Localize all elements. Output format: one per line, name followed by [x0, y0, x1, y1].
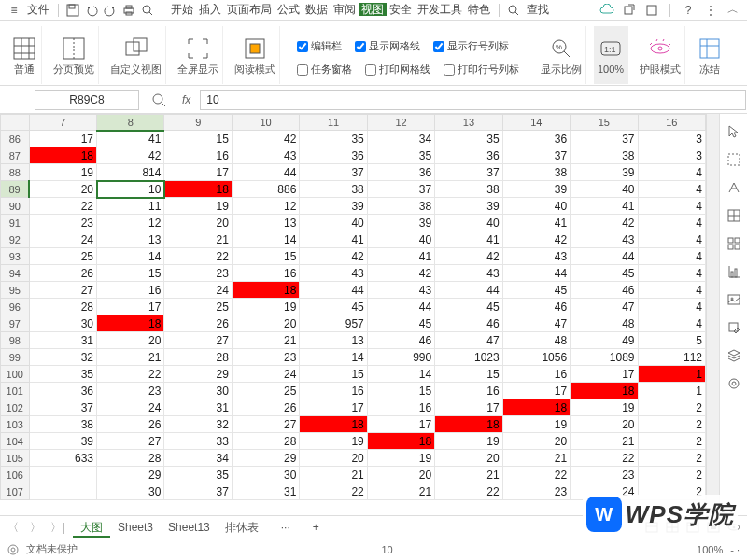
cell[interactable]: 45 [571, 265, 638, 282]
cell[interactable] [29, 467, 96, 483]
cell[interactable]: 40 [502, 198, 570, 215]
cell[interactable]: 45 [367, 315, 434, 332]
tab-3[interactable]: 排休表 [218, 519, 266, 536]
chk-show-rowcol[interactable]: 显示行号列标 [433, 39, 509, 53]
cell[interactable]: 2 [638, 433, 705, 450]
cell[interactable]: 41 [367, 248, 434, 265]
cell[interactable]: 44 [571, 248, 638, 265]
cell[interactable]: 23 [164, 265, 232, 282]
cell[interactable]: 35 [435, 131, 502, 147]
cell[interactable]: 37 [367, 181, 434, 198]
cell[interactable]: 16 [435, 383, 502, 399]
menu-tab-1[interactable]: 插入 [196, 3, 224, 16]
ribbon-display-scale[interactable]: % 显示比例 [537, 26, 586, 84]
cell[interactable]: 3 [638, 147, 705, 164]
cell[interactable]: 31 [232, 483, 299, 500]
row-header[interactable]: 92 [1, 231, 30, 248]
chk-show-gridlines[interactable]: 显示网格线 [355, 39, 420, 53]
cell[interactable]: 20 [97, 332, 164, 349]
cell[interactable]: 28 [232, 433, 299, 450]
menu-tab-9[interactable]: 特色 [465, 3, 493, 16]
tab-1[interactable]: Sheet3 [110, 519, 161, 536]
cell[interactable]: 29 [164, 366, 232, 383]
cell[interactable]: 37 [29, 399, 96, 416]
cell[interactable]: 4 [638, 181, 705, 198]
cell[interactable]: 36 [367, 164, 434, 181]
cell[interactable]: 112 [638, 349, 705, 366]
cell[interactable]: 36 [435, 147, 502, 164]
cell[interactable]: 21 [164, 231, 232, 248]
cell[interactable]: 46 [435, 315, 502, 332]
vertical-scrollbar[interactable] [706, 114, 719, 515]
cell[interactable]: 19 [571, 399, 638, 416]
cell[interactable]: 21 [502, 450, 570, 467]
cell[interactable]: 41 [502, 215, 570, 231]
cell[interactable]: 11 [97, 198, 164, 215]
cell[interactable]: 814 [97, 164, 164, 181]
cell[interactable]: 44 [367, 299, 434, 315]
row-header[interactable]: 94 [1, 265, 30, 282]
cell[interactable]: 37 [164, 483, 232, 500]
cell[interactable]: 44 [502, 265, 570, 282]
cell[interactable]: 20 [300, 450, 367, 467]
ribbon-eye-protect[interactable]: 护眼模式 [636, 26, 685, 84]
apps-icon[interactable] [726, 235, 742, 252]
col-header[interactable]: 7 [29, 115, 96, 131]
cell[interactable]: 18 [571, 383, 638, 399]
col-header[interactable]: 9 [164, 115, 232, 131]
cell[interactable]: 23 [29, 215, 96, 231]
cell[interactable]: 42 [97, 147, 164, 164]
cell[interactable]: 44 [300, 282, 367, 299]
cell[interactable]: 14 [300, 349, 367, 366]
menu-file[interactable]: 文件 [24, 2, 52, 18]
doc-protect-icon[interactable] [7, 544, 19, 555]
cell[interactable]: 42 [232, 131, 299, 147]
image-icon[interactable] [726, 291, 742, 308]
cell[interactable]: 47 [571, 299, 638, 315]
cell[interactable]: 37 [571, 131, 638, 147]
cell[interactable]: 38 [367, 198, 434, 215]
chk-task-pane[interactable]: 任务窗格 [297, 63, 352, 77]
cell[interactable]: 42 [435, 248, 502, 265]
cell[interactable]: 17 [367, 416, 434, 433]
cell[interactable]: 990 [367, 349, 434, 366]
preview-icon[interactable] [139, 2, 156, 19]
highlight-icon[interactable] [726, 179, 742, 196]
cell[interactable]: 32 [29, 349, 96, 366]
help-icon[interactable]: ? [680, 2, 697, 19]
cells-table[interactable]: 7891011121314151686174115423534353637387… [0, 114, 706, 500]
cell[interactable]: 37 [502, 147, 570, 164]
row-header[interactable]: 95 [1, 282, 30, 299]
ribbon-freeze[interactable]: 冻结 [693, 26, 726, 84]
cell[interactable]: 41 [97, 131, 164, 147]
cell[interactable]: 39 [571, 164, 638, 181]
row-header[interactable]: 90 [1, 198, 30, 215]
cell[interactable]: 957 [300, 315, 367, 332]
cell[interactable]: 39 [435, 198, 502, 215]
cell[interactable]: 14 [232, 231, 299, 248]
tab-last[interactable]: 〉| [50, 520, 65, 536]
cell[interactable]: 15 [97, 265, 164, 282]
cell[interactable]: 38 [435, 181, 502, 198]
cell[interactable]: 16 [367, 399, 434, 416]
row-header[interactable]: 105 [1, 450, 30, 467]
row-header[interactable]: 96 [1, 299, 30, 315]
row-header[interactable]: 103 [1, 416, 30, 433]
cell[interactable]: 41 [571, 198, 638, 215]
cell[interactable]: 28 [164, 349, 232, 366]
tabs-add[interactable]: + [305, 519, 327, 536]
cell[interactable]: 18 [300, 416, 367, 433]
cell[interactable]: 1023 [435, 349, 502, 366]
cell[interactable]: 14 [97, 248, 164, 265]
cell[interactable]: 18 [232, 282, 299, 299]
cell[interactable]: 41 [300, 231, 367, 248]
cell[interactable]: 21 [435, 467, 502, 483]
cell[interactable]: 17 [97, 299, 164, 315]
cell[interactable]: 18 [97, 315, 164, 332]
cell[interactable]: 2 [638, 416, 705, 433]
row-header[interactable]: 98 [1, 332, 30, 349]
row-header[interactable]: 88 [1, 164, 30, 181]
cell[interactable]: 24 [29, 231, 96, 248]
cell[interactable]: 2 [638, 450, 705, 467]
cell[interactable]: 40 [300, 215, 367, 231]
